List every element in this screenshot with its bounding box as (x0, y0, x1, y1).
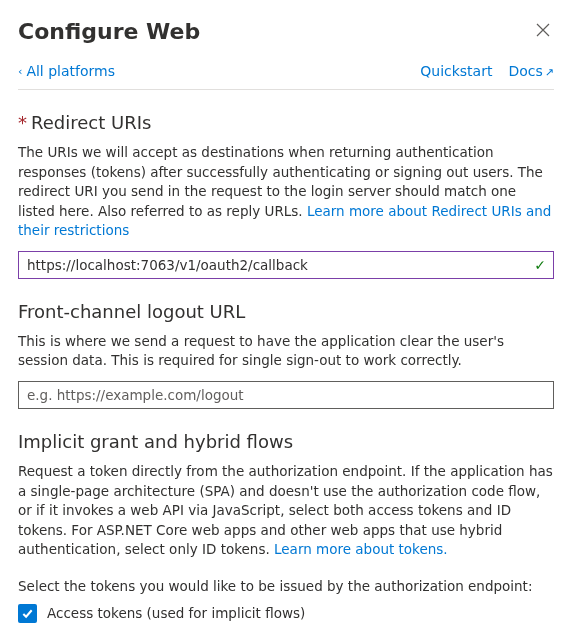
implicit-description: Request a token directly from the author… (18, 462, 554, 560)
redirect-uris-section: *Redirect URIs The URIs we will accept a… (18, 112, 554, 279)
redirect-uris-heading: *Redirect URIs (18, 112, 554, 133)
logout-url-input[interactable] (18, 381, 554, 409)
token-select-prompt: Select the tokens you would like to be i… (18, 578, 554, 594)
implicit-grant-section: Implicit grant and hybrid flows Request … (18, 431, 554, 626)
chevron-left-icon: ‹ (18, 65, 22, 78)
panel-nav: ‹ All platforms Quickstart Docs↗ (18, 63, 554, 90)
panel-title: Configure Web (18, 19, 200, 44)
logout-url-input-wrap (18, 381, 554, 409)
back-link-label: All platforms (26, 63, 115, 79)
nav-right: Quickstart Docs↗ (420, 63, 554, 79)
docs-link-label: Docs (508, 63, 542, 79)
close-icon[interactable] (532, 18, 554, 45)
access-tokens-label: Access tokens (used for implicit flows) (47, 605, 305, 621)
implicit-heading: Implicit grant and hybrid flows (18, 431, 554, 452)
panel-header: Configure Web (18, 18, 554, 45)
access-tokens-row: Access tokens (used for implicit flows) (18, 604, 554, 623)
access-tokens-checkbox[interactable] (18, 604, 37, 623)
tokens-learn-more-link[interactable]: Learn more about tokens. (274, 541, 448, 557)
external-link-icon: ↗ (545, 66, 554, 79)
check-icon: ✓ (534, 257, 546, 273)
logout-heading: Front-channel logout URL (18, 301, 554, 322)
redirect-uri-input[interactable] (18, 251, 554, 279)
front-channel-logout-section: Front-channel logout URL This is where w… (18, 301, 554, 409)
required-asterisk: * (18, 112, 27, 133)
quickstart-link[interactable]: Quickstart (420, 63, 492, 79)
logout-description: This is where we send a request to have … (18, 332, 554, 371)
back-all-platforms-link[interactable]: ‹ All platforms (18, 63, 115, 79)
configure-web-panel: Configure Web ‹ All platforms Quickstart… (0, 0, 572, 626)
redirect-uri-input-wrap: ✓ (18, 251, 554, 279)
docs-link[interactable]: Docs↗ (508, 63, 554, 79)
redirect-uris-description: The URIs we will accept as destinations … (18, 143, 554, 241)
